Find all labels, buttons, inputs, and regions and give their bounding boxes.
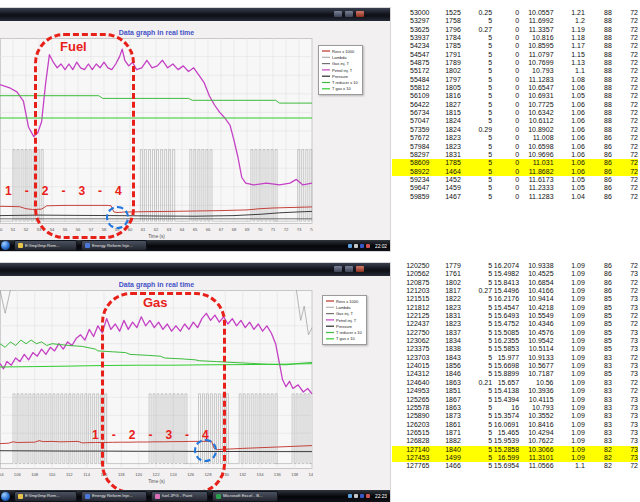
table-cell[interactable]: 11.3101 <box>519 454 553 462</box>
table-cell[interactable]: 56422 <box>392 101 430 109</box>
table-cell[interactable]: 72 <box>612 168 638 176</box>
table-cell[interactable]: 10.9542 <box>519 337 553 345</box>
table-cell[interactable]: 1467 <box>430 193 461 201</box>
table-cell[interactable]: 1.09 <box>554 437 585 445</box>
table-cell[interactable]: 1863 <box>430 379 461 387</box>
table-cell[interactable]: 10.4576 <box>519 329 553 337</box>
table-cell[interactable]: 126203 <box>392 421 430 429</box>
table-cell[interactable]: 88 <box>585 51 612 59</box>
table-cell[interactable]: 72 <box>612 354 638 362</box>
table-cell[interactable]: 11.0797 <box>519 51 553 59</box>
table-cell[interactable]: 1779 <box>430 262 461 270</box>
table-cell[interactable]: 5 <box>461 329 492 337</box>
table-cell[interactable]: 11.008 <box>519 134 553 142</box>
table-cell[interactable]: 16.2074 <box>492 262 519 270</box>
maximize-button[interactable] <box>345 266 353 272</box>
table-cell[interactable]: 88 <box>585 34 612 42</box>
table-cell[interactable]: 55812 <box>392 84 430 92</box>
maximize-button[interactable] <box>345 11 353 17</box>
table-row[interactable]: 5581218055010.65471.068872 <box>392 84 638 92</box>
table-cell[interactable]: 88 <box>585 42 612 50</box>
table-cell[interactable]: 72 <box>612 379 638 387</box>
table-row-highlighted[interactable]: 1271401840515.285810.30661.098273 <box>392 446 638 454</box>
table-cell[interactable]: 0 <box>492 184 519 192</box>
table-cell[interactable]: 83 <box>585 396 612 404</box>
table-row[interactable]: 5300015250.25010.05571.218872 <box>392 9 638 17</box>
table-row-highlighted[interactable]: 5892214645011.86821.068672 <box>392 168 638 176</box>
table-cell[interactable]: 1867 <box>430 396 461 404</box>
table-cell[interactable]: 1824 <box>430 126 461 134</box>
table-row[interactable]: 1249531851515.413810.39361.098372 <box>392 387 638 395</box>
table-cell[interactable]: 58922 <box>392 168 430 176</box>
table-cell[interactable]: 16.0691 <box>492 421 519 429</box>
table-cell[interactable]: 16 <box>492 404 519 412</box>
table-cell[interactable]: 0.25 <box>461 9 492 17</box>
table-cell[interactable]: 86 <box>585 159 612 167</box>
table-cell[interactable]: 10.3552 <box>519 412 553 420</box>
table-cell[interactable]: 5 <box>461 84 492 92</box>
minimize-button[interactable] <box>334 11 342 17</box>
table-cell[interactable]: 126515 <box>392 429 430 437</box>
table-cell[interactable]: 1785 <box>430 42 461 50</box>
table-cell[interactable]: 85 <box>585 320 612 328</box>
table-cell[interactable]: 10.4294 <box>519 429 553 437</box>
table-cell[interactable]: 73 <box>612 345 638 353</box>
table-cell[interactable]: 5 <box>461 101 492 109</box>
table-cell[interactable]: 72 <box>612 151 638 159</box>
table-row[interactable]: 5517218025010.7931.18872 <box>392 67 638 75</box>
table-cell[interactable]: 10.4166 <box>519 287 553 295</box>
table-cell[interactable]: 73 <box>612 429 638 437</box>
table-cell[interactable]: 1802 <box>430 67 461 75</box>
tray-volume-icon[interactable] <box>354 244 358 248</box>
table-cell[interactable]: 1.1 <box>554 67 585 75</box>
table-cell[interactable]: 73 <box>612 304 638 312</box>
table-cell[interactable]: 15.977 <box>492 354 519 362</box>
table-cell[interactable]: 1861 <box>430 421 461 429</box>
table-cell[interactable]: 1.06 <box>554 117 585 125</box>
table-cell[interactable]: 72 <box>612 287 638 295</box>
table-cell[interactable]: 1824 <box>430 117 461 125</box>
table-cell[interactable]: 5 <box>461 117 492 125</box>
table-cell[interactable]: 86 <box>585 151 612 159</box>
table-cell[interactable]: 0 <box>492 59 519 67</box>
table-cell[interactable]: 15.4982 <box>492 270 519 278</box>
table-cell[interactable]: 11.0566 <box>519 462 553 470</box>
table-row[interactable]: 5964714595011.23331.058672 <box>392 184 638 192</box>
table-cell[interactable]: 5 <box>461 279 492 287</box>
table-cell[interactable]: 1.08 <box>554 76 585 84</box>
table-cell[interactable]: 86 <box>585 287 612 295</box>
table-cell[interactable]: 85 <box>585 329 612 337</box>
table-cell[interactable]: 1837 <box>430 329 461 337</box>
table-cell[interactable]: 10.9133 <box>519 354 553 362</box>
table-cell[interactable]: 72 <box>612 17 638 25</box>
table-cell[interactable]: 0 <box>492 176 519 184</box>
table-row[interactable]: 1277651466515.695411.05661.18272 <box>392 462 638 470</box>
taskbar-button[interactable]: Microsoft Excel - B... <box>212 491 278 502</box>
table-cell[interactable]: 122437 <box>392 320 430 328</box>
table-cell[interactable]: 53937 <box>392 34 430 42</box>
table-cell[interactable]: 86 <box>585 168 612 176</box>
table-cell[interactable]: 1758 <box>430 17 461 25</box>
table-cell[interactable]: 72 <box>612 67 638 75</box>
table-cell[interactable]: 1459 <box>430 184 461 192</box>
table-cell[interactable]: 10.3066 <box>519 446 553 454</box>
table-row[interactable]: 1208751802515.841310.68541.098672 <box>392 279 638 287</box>
table-cell[interactable]: 0 <box>492 9 519 17</box>
table-row[interactable]: 5704718245010.61121.068872 <box>392 117 638 125</box>
table-cell[interactable]: 83 <box>585 354 612 362</box>
table-cell[interactable]: 83 <box>585 379 612 387</box>
table-cell[interactable]: 10.9338 <box>519 262 553 270</box>
table-cell[interactable]: 88 <box>585 101 612 109</box>
table-cell[interactable]: 10.4525 <box>519 270 553 278</box>
table-cell[interactable]: 1.18 <box>554 34 585 42</box>
table-cell[interactable]: 15.8413 <box>492 279 519 287</box>
table-cell[interactable]: 15.4752 <box>492 320 519 328</box>
table-cell[interactable]: 15.8899 <box>492 370 519 378</box>
table-cell[interactable]: 0 <box>492 134 519 142</box>
table-cell[interactable]: 73 <box>612 270 638 278</box>
table-cell[interactable]: 59859 <box>392 193 430 201</box>
table-cell[interactable]: 0 <box>492 109 519 117</box>
table-row[interactable]: 5642218275010.77251.068872 <box>392 101 638 109</box>
table-cell[interactable]: 120562 <box>392 270 430 278</box>
table-row-highlighted[interactable]: 1274531499516.59911.31011.098273 <box>392 454 638 462</box>
